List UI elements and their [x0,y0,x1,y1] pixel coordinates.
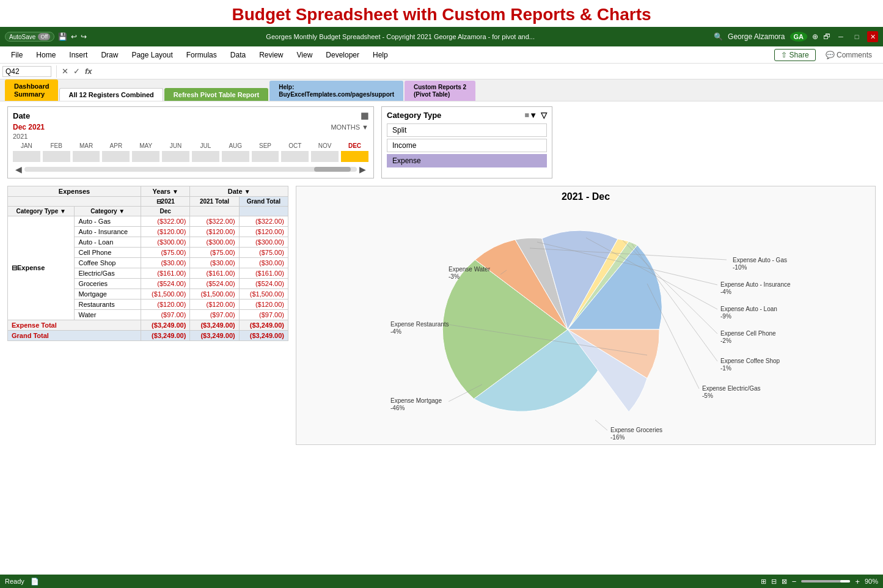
month-dec[interactable]: DEC [341,141,368,150]
menu-help[interactable]: Help [367,49,394,61]
menu-page-layout[interactable]: Page Layout [125,49,178,61]
bar-feb[interactable] [43,151,70,162]
tab-custom-reports[interactable]: Custom Reports 2(Pivot Table) [405,81,475,101]
bar-oct[interactable] [281,151,309,162]
save-icon[interactable]: 💾 [58,32,67,41]
month-jul: JUL [192,141,219,150]
category-mortgage: Mortgage [75,289,141,300]
scroll-row: ◀ ▶ [13,164,368,174]
pivot-section: Expenses Years ▼ Date ▼ ⊟2021 2021 Total… [7,186,288,445]
cell-reference-input[interactable] [2,66,51,77]
fx-icon[interactable]: fx [85,67,92,76]
cancel-formula-icon[interactable]: ✕ [62,67,68,76]
bar-aug[interactable] [222,151,249,162]
maximize-button[interactable]: □ [851,31,862,42]
val-restaurants-dec: ($120.00) [141,300,190,310]
bar-may[interactable] [132,151,159,162]
scroll-track[interactable] [24,167,357,172]
label-groceries-pct: -16% [610,434,625,441]
redo-icon[interactable]: ↪ [81,32,87,41]
bar-sep[interactable] [252,151,279,162]
autosave-toggle[interactable]: Off [38,33,50,40]
month-row: JAN FEB MAR APR MAY JUN JUL AUG SEP OCT … [13,141,368,150]
val-mortgage-total: ($1,500.00) [190,289,239,300]
label-water-pct: -3% [449,273,460,280]
category-filter-sort-icon[interactable]: ≡▼ [525,111,537,120]
expense-total-label: Expense Total [8,320,141,331]
category-electric: Electric/Gas [75,268,141,279]
month-may: MAY [132,141,159,150]
menu-file[interactable]: File [5,49,29,61]
avatar: GA [790,32,808,42]
category-income[interactable]: Income [387,139,547,152]
tab-all-registers[interactable]: All 12 Registers Combined [59,88,163,101]
tab-help[interactable]: Help:BuyExcelTemplates.com/pages/support [269,81,403,101]
chart-title: 2021 - Dec [562,191,610,202]
bar-dec[interactable] [341,151,368,162]
val-groceries-grand: ($524.00) [239,279,288,289]
filter-row: Date ▦ Dec 2021 MONTHS ▼ 2021 JAN FEB MA… [7,106,876,178]
bar-jun[interactable] [162,151,189,162]
val-cell-dec: ($75.00) [141,248,190,258]
minimize-button[interactable]: ─ [835,31,846,42]
grand-total-grand: ($3,249.00) [239,331,288,341]
title-bar: AutoSave Off 💾 ↩ ↪ Georges Monthly Budge… [0,27,883,46]
scroll-right-button[interactable]: ▶ [357,164,368,174]
line-groceries [595,420,607,430]
date-filter-icon[interactable]: ▦ [361,111,368,120]
bar-apr[interactable] [102,151,130,162]
category-expense[interactable]: Expense [387,154,547,167]
tab-dashboard-summary[interactable]: DashboardSummary [5,79,58,101]
bar-nov[interactable] [311,151,339,162]
formula-icons: ✕ ✓ fx [62,67,92,76]
grand-total-dec: ($3,249.00) [141,331,190,341]
undo-icon[interactable]: ↩ [71,32,77,41]
cat-filter-icon[interactable]: ▼ [119,208,125,215]
pivot-col-category-type: Category Type ▼ [8,207,75,216]
val-coffee-total: ($30.00) [190,258,239,268]
pivot-col-category: Category ▼ [75,207,141,216]
month-bar-row [13,151,368,162]
val-auto-loan-dec: ($300.00) [141,237,190,248]
bar-jul[interactable] [192,151,219,162]
menu-insert[interactable]: Insert [63,49,93,61]
menu-developer[interactable]: Developer [320,49,365,61]
menu-view[interactable]: View [291,49,319,61]
pivot-2021-total: 2021 Total [190,197,239,207]
menu-review[interactable]: Review [253,49,289,61]
expense-total-dec: ($3,249.00) [141,320,190,331]
label-restaurants: Expense Restaurants [390,321,449,328]
menu-formulas[interactable]: Formulas [180,49,223,61]
category-filter-icon[interactable]: ▽ [541,111,547,120]
tab-refresh-pivot[interactable]: Refresh Pivot Table Report [164,88,268,101]
label-restaurants-pct: -4% [390,328,401,335]
bar-mar[interactable] [73,151,100,162]
search-icon[interactable]: 🔍 [714,32,723,41]
val-cell-total: ($75.00) [190,248,239,258]
val-auto-loan-grand: ($300.00) [239,237,288,248]
autosave-badge: AutoSave Off [5,32,54,42]
cat-type-filter-icon[interactable]: ▼ [60,208,66,215]
val-water-total: ($97.00) [190,310,239,320]
confirm-formula-icon[interactable]: ✓ [73,67,80,76]
sheet-tabs: DashboardSummary All 12 Registers Combin… [0,79,883,101]
page-title: Budget Spreadsheet with Custom Reports &… [0,0,883,27]
date-filter-small-icon[interactable]: ▼ [244,188,251,195]
comments-button[interactable]: 💬 Comments [819,50,878,61]
restore-icon[interactable]: 🗗 [823,32,830,41]
close-button[interactable]: ✕ [867,31,878,42]
menu-data[interactable]: Data [224,49,252,61]
year-label: 2021 [13,133,368,140]
val-water-dec: ($97.00) [141,310,190,320]
share-button[interactable]: ⇧ Share [774,49,815,61]
bar-jan[interactable] [13,151,40,162]
category-split[interactable]: Split [387,123,547,137]
ribbon-icon[interactable]: ⊕ [812,32,818,41]
menu-home[interactable]: Home [30,49,62,61]
years-filter-icon[interactable]: ▼ [172,188,178,195]
menu-draw[interactable]: Draw [95,49,124,61]
val-auto-gas-total: ($322.00) [190,216,239,227]
formula-input[interactable] [95,67,881,76]
label-auto-loan-pct: -9% [720,313,731,320]
scroll-left-button[interactable]: ◀ [13,164,24,174]
